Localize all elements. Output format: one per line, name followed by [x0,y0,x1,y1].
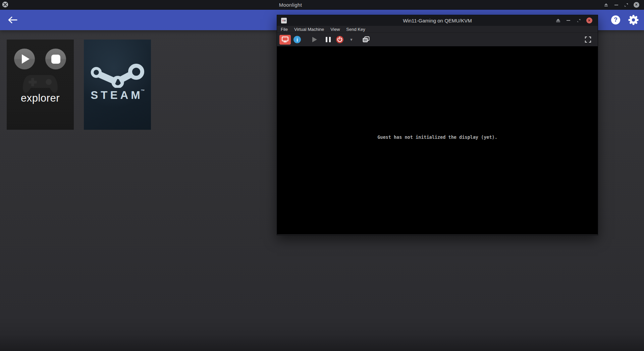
graphical-console-button[interactable] [279,35,291,45]
maximize-icon [577,19,581,22]
info-icon: i [297,37,298,43]
vm-titlebar[interactable]: VM Win11-Gaming on QEMU/KVM × [277,15,598,26]
vm-window-title: Win11-Gaming on QEMU/KVM [403,18,472,23]
settings-button[interactable] [628,15,639,25]
moonlight-logo-icon [2,2,8,7]
power-icon [336,36,343,43]
virt-manager-icon: VM [281,18,287,23]
header-actions: ? [611,10,639,30]
menu-virtual-machine[interactable]: Virtual Machine [294,27,324,32]
virtual-displays-button[interactable] [363,36,370,43]
screen: Moonlight × [0,0,644,351]
eject-icon [604,3,608,6]
resume-app-button[interactable] [14,49,35,69]
pause-vm-button[interactable] [326,37,331,42]
fullscreen-button[interactable] [585,36,591,43]
shutdown-menu-button[interactable]: ▼ [350,38,353,42]
menu-send-key[interactable]: Send Key [346,27,365,32]
displays-cascade-icon [363,36,370,43]
vm-maximize-button[interactable] [574,15,584,26]
bottom-vignette [0,334,644,351]
minimize-button[interactable] [611,0,621,10]
vm-window-controls: × [553,15,594,26]
system-window-controls: × [601,0,641,10]
keep-above-button[interactable] [601,0,611,10]
close-icon: × [634,2,639,8]
help-button[interactable]: ? [611,15,620,24]
resize-button[interactable] [621,0,631,10]
vm-minimize-button[interactable] [563,15,574,26]
guest-display-message: Guest has not initialized the display (y… [377,134,497,140]
run-vm-icon[interactable] [312,37,317,42]
app-title-explorer: explorer [7,92,74,104]
system-window-title: Moonlight [279,0,302,10]
vm-console-display[interactable]: Guest has not initialized the display (y… [277,46,598,234]
play-icon [22,54,30,64]
chevron-down-icon: ▼ [350,38,353,42]
vm-toolbar: i ▼ [277,33,598,46]
system-titlebar: Moonlight × [0,0,644,10]
gamepad-icon [21,74,60,95]
help-icon: ? [614,16,618,23]
menu-view[interactable]: View [330,27,340,32]
app-tile-explorer[interactable]: explorer [7,40,74,130]
close-window-button[interactable]: × [631,0,641,10]
resize-diagonal-icon [624,3,628,7]
vm-details-button[interactable]: i [293,36,301,43]
monitor-icon [282,37,288,43]
vm-keep-above-button[interactable] [553,15,563,26]
pause-icon [326,37,327,42]
shutdown-vm-button[interactable] [336,36,343,43]
minimize-icon [614,5,618,5]
steam-wordmark: STEAM™ [84,89,151,102]
steam-logo-icon [91,64,144,88]
minimize-icon [567,20,570,21]
vm-menubar: File Virtual Machine View Send Key [277,26,598,33]
moonlight-app-icon [2,2,8,7]
eject-icon [556,19,560,22]
menu-file[interactable]: File [281,27,288,32]
app-tile-steam[interactable]: STEAM™ [84,40,151,130]
trademark-symbol: ™ [141,89,145,93]
virt-manager-window: VM Win11-Gaming on QEMU/KVM × [277,15,598,235]
gear-icon [628,15,639,25]
quit-app-button[interactable] [45,49,66,69]
vm-close-button[interactable]: × [584,15,594,26]
fullscreen-icon [585,36,591,43]
stop-icon [51,55,60,64]
close-icon: × [586,17,592,23]
back-button[interactable] [5,10,20,30]
back-arrow-icon [7,16,18,24]
